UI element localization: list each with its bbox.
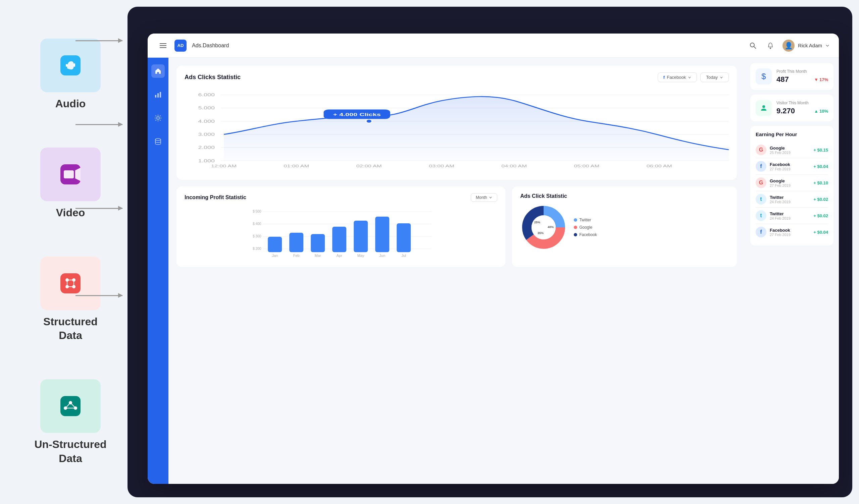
svg-text:$ 300: $ 300 [253,234,261,238]
chevron-down-icon [826,44,829,48]
month-filter[interactable]: Month [471,193,497,202]
sidebar [148,58,168,484]
svg-rect-2 [74,63,75,67]
svg-text:6.000: 6.000 [198,93,215,97]
sidebar-chart[interactable] [151,88,165,101]
nav-icons: 👤 Rick Adam [748,40,829,52]
chart-filters: f Facebook Today [658,73,729,82]
profit-info: Profit This Month 487 ▼ 17% [777,69,828,84]
structured-icon-box [40,256,101,310]
earning-info: Google 27 Feb 2019 [770,178,810,187]
data-type-structured: StructuredData [40,256,101,343]
filter-facebook[interactable]: f Facebook [658,73,697,82]
svg-text:5.000: 5.000 [198,106,215,110]
facebook-logo: f [756,227,766,237]
svg-rect-1 [66,64,67,67]
svg-rect-27 [160,92,161,98]
visitor-change: ▲ 10% [814,109,828,114]
svg-text:1.000: 1.000 [198,159,215,163]
svg-text:01:00 AM: 01:00 AM [284,164,309,168]
audio-icon-box [40,38,101,92]
avatar: 👤 [783,40,795,52]
legend-twitter-label: Twitter [579,218,591,222]
svg-text:2.000: 2.000 [198,145,215,149]
unstructured-icon-box [40,379,101,433]
svg-text:04:00 AM: 04:00 AM [501,164,527,168]
svg-rect-26 [157,93,159,98]
chevron-down-icon [720,76,723,79]
donut-chart-svg: 25% 40% 35% [520,204,567,251]
earning-info: Twitter 24 Feb 2019 [770,195,810,204]
nav-title: Ads.Dashboard [192,43,229,49]
legend-facebook: Facebook [574,232,597,237]
earning-amount: + $0.15 [813,147,828,153]
twitter-logo: t [756,210,766,221]
bottom-row: Incoming Profit Statistic Month $ 500 $ … [177,186,737,267]
earning-item-twitter-2: t Twitter 24 Feb 2019 + $0.02 [756,208,828,224]
hamburger-menu[interactable] [157,41,169,51]
svg-line-23 [754,47,756,49]
profit-icon: $ [756,68,772,84]
notification-icon[interactable] [765,40,776,51]
sidebar-settings[interactable] [151,111,165,125]
earning-section: Earning Per Hour G Google 25 Feb 2019 + … [750,126,833,246]
svg-text:Jan: Jan [272,253,278,257]
data-type-unstructured: Un-StructuredData [34,379,106,466]
svg-rect-66 [332,227,346,252]
bar-chart-header: Incoming Profit Statistic Month [184,193,497,202]
bar-chart-title: Incoming Profit Statistic [184,194,246,201]
chevron-down-icon [688,76,691,79]
earning-amount: + $0.02 [813,197,828,202]
svg-text:12:00 AM: 12:00 AM [211,164,237,168]
structured-label: StructuredData [43,315,97,343]
left-panel: Audio Video [0,0,141,504]
profit-card: $ Profit This Month 487 ▼ 17% [750,63,833,90]
facebook-dot [574,233,577,236]
svg-text:40%: 40% [547,225,554,229]
earning-item-twitter-1: t Twitter 24 Feb 2019 + $0.02 [756,191,828,208]
svg-point-28 [157,117,160,120]
filter-today[interactable]: Today [700,73,729,82]
svg-text:3.000: 3.000 [198,132,215,137]
svg-text:Apr: Apr [336,253,342,257]
svg-text:+ 4.000 Clicks: + 4.000 Clicks [333,112,380,117]
content-area: Ads Clicks Statistic f Facebook Today [148,58,839,484]
visitor-card: Visitor This Month 9.270 ▲ 10% [750,95,833,121]
bar-chart-section: Incoming Profit Statistic Month $ 500 $ … [177,186,505,267]
donut-content: 25% 40% 35% Twitter [520,204,729,251]
earning-amount: + $0.04 [813,164,828,169]
line-chart: 6.000 5.000 4.000 3.000 2.000 1.000 12:0… [184,88,729,168]
legend-google: Google [574,225,597,230]
search-icon[interactable] [748,40,758,51]
svg-point-24 [770,48,771,49]
sidebar-home[interactable] [151,64,165,78]
donut-title: Ads Click Statistic [520,193,729,199]
video-label: Video [56,206,85,220]
main-area: AD Ads.Dashboard 👤 [127,7,852,497]
twitter-dot [574,218,577,222]
earning-item-google-1: G Google 25 Feb 2019 + $0.15 [756,142,828,158]
svg-text:4.000: 4.000 [198,119,215,123]
right-panel: $ Profit This Month 487 ▼ 17% [745,58,839,484]
svg-text:25%: 25% [534,221,540,224]
earning-info: Facebook 27 Feb 2019 [770,162,810,171]
earning-amount: + $0.10 [813,180,828,186]
profit-value: 487 [777,75,789,84]
visitor-value: 9.270 [777,107,795,115]
sidebar-database[interactable] [151,135,165,148]
facebook-logo: f [756,161,766,172]
visitor-label: Visitor This Month [777,100,828,105]
svg-text:06:00 AM: 06:00 AM [647,164,672,168]
visitor-info: Visitor This Month 9.270 ▲ 10% [777,100,828,115]
svg-text:$ 400: $ 400 [253,222,261,226]
svg-text:May: May [357,253,364,257]
svg-text:02:00 AM: 02:00 AM [356,164,382,168]
user-menu[interactable]: 👤 Rick Adam [783,40,829,52]
svg-text:Feb: Feb [293,253,300,257]
svg-point-29 [155,139,161,141]
chart-title: Ads Clicks Statistic [184,74,241,81]
svg-rect-68 [354,221,368,252]
earning-title: Earning Per Hour [756,131,828,137]
svg-text:$ 500: $ 500 [253,209,261,213]
svg-text:Mar: Mar [315,253,321,257]
